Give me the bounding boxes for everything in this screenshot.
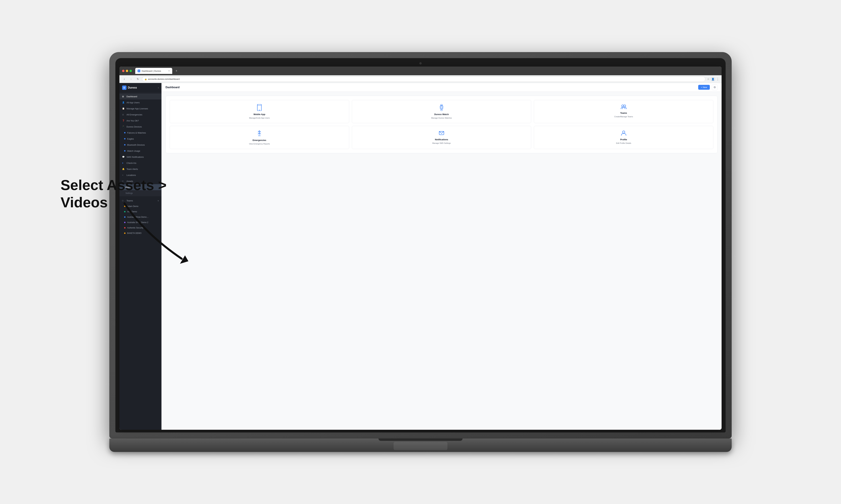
sidebar-item-falcons-watches[interactable]: Falcons & Watches <box>119 130 161 136</box>
page-title: Dashboard <box>166 86 696 89</box>
notifications-card-title: Notifications <box>435 138 448 141</box>
check-ins-label: Check-Ins <box>126 162 136 164</box>
teams-card-title: Teams <box>620 112 627 114</box>
mobile-app-icon <box>257 104 262 112</box>
sidebar-item-sms-notifications[interactable]: 💬 SMS Notifications <box>119 154 161 160</box>
svg-rect-2 <box>259 110 260 110</box>
card-teams[interactable]: Teams Create/Manage Teams <box>534 100 713 123</box>
annotation-container: Select Assets > Videos <box>61 176 167 211</box>
sidebar-item-manage-licenses[interactable]: 📋 Manage App Licenses <box>119 106 161 111</box>
are-you-ok-icon: ❓ <box>122 120 125 122</box>
baketa-demo-label: BAKETA DEMO <box>127 232 141 234</box>
forward-button[interactable]: › <box>128 77 134 82</box>
card-profile[interactable]: Profile Edit Profile Details <box>534 126 713 149</box>
notifications-card-subtitle: Manage SMS Settings <box>432 142 451 144</box>
window-controls <box>122 70 132 72</box>
are-you-ok-label: Are You Ok? <box>126 120 139 122</box>
laptop-container: D Dashboard | Duress ✕ + ‹ › ↻ 🔒 ac <box>101 17 740 487</box>
users-icon: 👤 <box>122 101 125 104</box>
profile-card-title: Profile <box>620 138 627 141</box>
menu-button[interactable]: ⋮ <box>716 77 719 81</box>
sidebar-item-australia-show-1[interactable]: Australia Show Demo –... <box>119 214 161 220</box>
app-layout: D Duress ‹ ⊞ Dashboard <box>119 83 722 430</box>
all-emergencies-label: All Emergencies <box>126 113 142 116</box>
laptop-hinge <box>378 438 463 441</box>
cards-grid: Mobile App Manage/Invite App Users <box>170 100 713 149</box>
new-button[interactable]: + New <box>698 85 710 90</box>
sidebar-item-are-you-ok[interactable]: ❓ Are You Ok? <box>119 118 161 124</box>
duress-watch-icon <box>439 104 444 112</box>
toolbar-actions: ☆ 👤 ⋮ <box>707 77 719 82</box>
svg-rect-6 <box>441 109 442 111</box>
sidebar-item-baketa-demo[interactable]: BAKETA DEMO <box>119 231 161 236</box>
profile-card-icon <box>621 130 627 137</box>
laptop-lid: D Dashboard | Duress ✕ + ‹ › ↻ 🔒 ac <box>109 52 732 438</box>
profile-card-subtitle: Edit Profile Details <box>616 142 631 144</box>
locations-label: Locations <box>126 174 136 176</box>
logo-text: Duress <box>128 86 137 89</box>
all-app-users-label: All App Users <box>126 101 140 104</box>
main-content: Dashboard + New ⚙ <box>161 83 722 430</box>
sidebar-item-all-emergencies[interactable]: ⚠ All Emergencies <box>119 111 161 118</box>
card-duress-watch[interactable]: Duress Watch Manage Duress Watches <box>352 100 531 123</box>
refresh-button[interactable]: ↻ <box>135 77 140 82</box>
browser-window: D Dashboard | Duress ✕ + ‹ › ↻ 🔒 ac <box>119 67 722 430</box>
duress-watch-subtitle: Manage Duress Watches <box>431 117 452 119</box>
sidebar-item-team-alerts[interactable]: 🔔 Team Alerts <box>119 166 161 172</box>
svg-point-7 <box>441 107 442 108</box>
sidebar-item-bluetooth-devices[interactable]: Bluetooth Devices <box>119 142 161 148</box>
watch-usage-label: Watch Usage <box>127 150 140 152</box>
close-dot[interactable] <box>122 70 124 72</box>
sidebar-item-check-ins[interactable]: ● Check-Ins <box>119 160 161 166</box>
eagles-dot <box>124 138 125 140</box>
emergencies-icon: ⚠ <box>122 113 125 116</box>
sidebar-header: D Duress ‹ <box>119 83 161 92</box>
australia1-dot <box>124 216 125 218</box>
bookmark-button[interactable]: ☆ <box>707 77 709 80</box>
falcons-watches-label: Falcons & Watches <box>127 131 146 134</box>
sidebar-item-all-app-users[interactable]: 👤 All App Users <box>119 100 161 106</box>
tab-title: Dashboard | Duress <box>142 70 161 72</box>
emergencies-card-subtitle: View Emergency Reports <box>249 143 270 145</box>
sidebar-item-authentic-security[interactable]: Authentic Security <box>119 225 161 231</box>
duress-devices-label: Duress Devices <box>126 126 142 128</box>
australia2-label: Australia Show Demo 2 <box>127 221 148 223</box>
tab-close-icon[interactable]: ✕ <box>168 70 170 72</box>
annotation-line2: Videos <box>61 194 167 211</box>
authentic-security-label: Authentic Security <box>127 227 143 229</box>
tab-favicon: D <box>138 70 140 72</box>
settings-button[interactable]: ⚙ <box>712 85 718 90</box>
authentic-dot <box>124 227 125 229</box>
annotation-line1: Select Assets > <box>61 176 167 194</box>
laptop-trackpad[interactable] <box>394 442 447 450</box>
maximize-dot[interactable] <box>130 70 132 72</box>
falcons-dot <box>124 132 125 133</box>
sidebar-item-watch-usage[interactable]: Watch Usage <box>119 148 161 154</box>
dashboard-content: Mobile App Manage/Invite App Users <box>161 92 722 430</box>
new-tab-button[interactable]: + <box>174 68 179 73</box>
sidebar-collapse-button[interactable]: ‹ <box>158 86 159 89</box>
sidebar-item-dashboard[interactable]: ⊞ Dashboard <box>119 93 161 100</box>
address-bar[interactable]: 🔒 accounts.duress.com/dashboard <box>142 76 705 82</box>
dashboard-label: Dashboard <box>126 95 137 98</box>
sidebar-item-australia-show-2[interactable]: Australia Show Demo 2 <box>119 220 161 225</box>
lock-icon: 🔒 <box>144 78 147 80</box>
url-text: accounts.duress.com/dashboard <box>148 78 179 80</box>
browser-tab-active[interactable]: D Dashboard | Duress ✕ <box>135 68 172 74</box>
card-emergencies[interactable]: Emergencies View Emergency Reports <box>170 126 349 149</box>
teams-card-subtitle: Create/Manage Teams <box>614 115 633 118</box>
main-header: Dashboard + New ⚙ <box>161 83 722 92</box>
sidebar-item-duress-devices[interactable]: 📱 Duress Devices <box>119 124 161 130</box>
baketa-dot <box>124 233 125 234</box>
minimize-dot[interactable] <box>126 70 128 72</box>
mobile-app-title: Mobile App <box>254 113 265 115</box>
duress-devices-icon: 📱 <box>122 126 125 128</box>
back-button[interactable]: ‹ <box>122 77 127 82</box>
sidebar-item-eagles[interactable]: Eagles <box>119 136 161 142</box>
licenses-icon: 📋 <box>122 107 125 110</box>
svg-point-12 <box>622 131 625 133</box>
profile-button[interactable]: 👤 <box>710 77 715 82</box>
card-mobile-app[interactable]: Mobile App Manage/Invite App Users <box>170 100 349 123</box>
card-notifications[interactable]: Notifications Manage SMS Settings <box>352 126 531 149</box>
bluetooth-devices-label: Bluetooth Devices <box>127 144 145 146</box>
